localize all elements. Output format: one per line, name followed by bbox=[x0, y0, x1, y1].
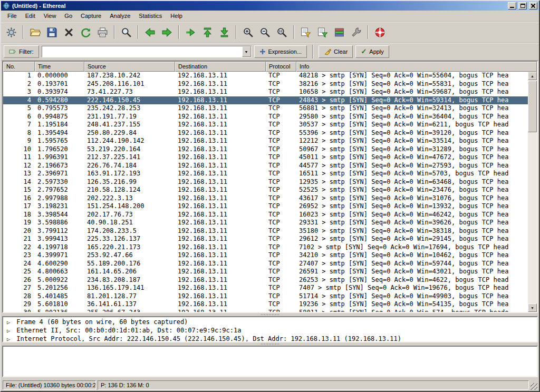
menu-analyze[interactable]: Analyze bbox=[105, 11, 134, 21]
apply-button[interactable]: ✓ Apply bbox=[355, 45, 389, 58]
coloring-rules-button[interactable] bbox=[331, 24, 348, 41]
packet-row[interactable]: 2 0.193701 245.208.116.101 192.168.13.11… bbox=[3, 80, 528, 89]
zoom-100-button[interactable] bbox=[274, 24, 290, 41]
packet-time: 1.395494 bbox=[35, 129, 84, 138]
packet-row[interactable]: 5 0.795573 235.242.28.253 192.168.13.11 … bbox=[3, 104, 528, 113]
packet-row[interactable]: 10 1.796520 53.219.220.164 192.168.13.11… bbox=[3, 145, 528, 154]
capture-filter-button[interactable] bbox=[297, 24, 314, 41]
column-header-no[interactable]: No. bbox=[3, 62, 35, 72]
go-to-packet-button[interactable] bbox=[182, 24, 199, 41]
menu-go[interactable]: Go bbox=[60, 11, 76, 21]
packet-no: 16 bbox=[3, 194, 35, 203]
packet-row[interactable]: 15 2.797652 210.58.128.124 192.168.13.11… bbox=[3, 186, 528, 194]
hex-line[interactable]: 0020 0d 0b 61 0b 00 19 c9 36 98 7d ee 95… bbox=[5, 362, 535, 370]
packet-row[interactable]: 8 1.395494 250.80.229.84 192.168.13.11 T… bbox=[3, 129, 528, 138]
scroll-up-button[interactable]: ▲ bbox=[528, 72, 537, 80]
packet-row[interactable]: 9 1.595765 112.244.190.142 192.168.13.11… bbox=[3, 137, 528, 145]
hex-line[interactable]: 0010 00 28 6d 48 00 00 ff 06 0c 14 de 92… bbox=[5, 355, 535, 362]
help-button[interactable] bbox=[372, 24, 388, 41]
zoom-out-button[interactable] bbox=[257, 24, 273, 41]
packet-source: 210.58.128.124 bbox=[84, 186, 175, 194]
reload-button[interactable] bbox=[78, 24, 94, 41]
column-header-time[interactable]: Time bbox=[35, 62, 84, 72]
main-area: No. Time Source Destination Protocol Inf… bbox=[1, 61, 539, 379]
close-file-button[interactable] bbox=[61, 24, 77, 41]
column-header-destination[interactable]: Destination bbox=[175, 62, 266, 72]
packet-row[interactable]: 20 3.799112 174.208.233.5 192.168.13.11 … bbox=[3, 227, 528, 236]
go-to-bottom-button[interactable] bbox=[216, 24, 233, 41]
menu-view[interactable]: View bbox=[40, 11, 61, 21]
titlebar[interactable]: (Untitled) - Ethereal bbox=[1, 1, 539, 11]
column-header-protocol[interactable]: Protocol bbox=[266, 62, 296, 72]
find-button[interactable] bbox=[118, 24, 134, 41]
packet-row[interactable]: 28 5.401485 81.201.128.77 192.168.13.11 … bbox=[3, 292, 528, 301]
packet-row[interactable]: 23 4.399971 253.92.47.66 192.168.13.11 T… bbox=[3, 251, 528, 260]
packet-row[interactable]: 27 5.201256 136.165.179.141 192.168.13.1… bbox=[3, 284, 528, 292]
app-icon[interactable] bbox=[3, 2, 10, 9]
packet-info: 45011 > smtp [SYN] Seq=0 Ack=0 Win=47672… bbox=[296, 153, 528, 162]
packet-no: 10 bbox=[3, 145, 35, 154]
packet-row[interactable]: 4 0.594280 222.146.150.45 192.168.13.11 … bbox=[3, 96, 528, 105]
close-button[interactable] bbox=[529, 2, 537, 9]
packet-row[interactable]: 17 3.198231 151.254.148.200 192.168.13.1… bbox=[3, 202, 528, 211]
packet-row[interactable]: 6 0.994875 231.191.77.19 192.168.13.11 T… bbox=[3, 113, 528, 121]
packet-row[interactable]: 22 4.199718 165.220.21.173 192.168.13.11… bbox=[3, 243, 528, 252]
maximize-button[interactable] bbox=[518, 2, 527, 9]
packet-row[interactable]: 16 2.997988 202.222.3.13 192.168.13.11 T… bbox=[3, 194, 528, 203]
packet-row[interactable]: 26 5.000922 234.83.208.187 192.168.13.11… bbox=[3, 276, 528, 285]
menu-edit[interactable]: Edit bbox=[21, 11, 40, 21]
detail-line[interactable]: ▷ Frame 4 (60 bytes on wire, 60 bytes ca… bbox=[4, 318, 536, 326]
packet-protocol: TCP bbox=[266, 260, 296, 268]
zoom-in-button[interactable] bbox=[240, 24, 256, 41]
packet-row[interactable]: 13 2.396971 163.91.172.193 192.168.13.11… bbox=[3, 170, 528, 178]
chevron-down-icon: ▼ bbox=[245, 50, 248, 54]
go-back-button[interactable] bbox=[142, 24, 158, 41]
expression-button[interactable]: Expression... bbox=[254, 45, 307, 58]
display-filter-button[interactable] bbox=[314, 24, 331, 41]
go-forward-button[interactable] bbox=[159, 24, 175, 41]
packet-row[interactable]: 30 5.802136 255.206.67.243 192.168.13.11… bbox=[3, 309, 528, 312]
hex-line[interactable]: 0000 00 07 e9 9c 9c 1a 00 b0 d0 1d 01 ab… bbox=[5, 348, 535, 355]
packet-row[interactable]: 3 0.393974 73.41.227.73 192.168.13.11 TC… bbox=[3, 88, 528, 96]
column-header-info[interactable]: Info bbox=[296, 62, 537, 72]
column-header-source[interactable]: Source bbox=[84, 62, 175, 72]
packet-row[interactable]: 1 0.000000 187.238.10.242 192.168.13.11 … bbox=[3, 72, 528, 80]
scrollbar-track[interactable] bbox=[528, 80, 537, 303]
print-button[interactable] bbox=[94, 24, 111, 41]
hex-line[interactable]: 0030 e7 b2 a6 f0 3a 2b 00 00 00 00 00 00… bbox=[5, 370, 535, 377]
capture-options-button[interactable] bbox=[3, 24, 20, 41]
packet-row[interactable]: 21 3.999413 225.33.126.137 192.168.13.11… bbox=[3, 235, 528, 243]
menu-help[interactable]: Help bbox=[166, 11, 187, 21]
packet-row[interactable]: 14 2.597330 126.35.216.99 192.168.13.11 … bbox=[3, 178, 528, 187]
packet-row[interactable]: 24 4.600290 55.189.200.176 192.168.13.11… bbox=[3, 260, 528, 268]
clear-button[interactable]: Clear bbox=[319, 45, 353, 58]
menu-file[interactable]: File bbox=[3, 11, 21, 21]
packet-row[interactable]: 19 3.598886 40.90.18.251 192.168.13.11 T… bbox=[3, 219, 528, 227]
scroll-down-button[interactable]: ▼ bbox=[528, 303, 537, 312]
menu-statistics[interactable]: Statistics bbox=[134, 11, 166, 21]
expander-icon[interactable]: ▷ bbox=[4, 327, 13, 335]
expander-icon[interactable]: ▷ bbox=[4, 318, 13, 326]
packet-no: 4 bbox=[3, 96, 35, 105]
preferences-button[interactable] bbox=[348, 24, 364, 41]
resize-grip[interactable] bbox=[531, 383, 537, 390]
filter-input[interactable] bbox=[42, 46, 242, 57]
expander-icon[interactable]: ▷ bbox=[4, 335, 13, 342]
minimize-button[interactable] bbox=[508, 2, 516, 9]
save-button[interactable] bbox=[44, 24, 60, 41]
packet-row[interactable]: 12 2.196673 226.76.74.184 192.168.13.11 … bbox=[3, 162, 528, 170]
packet-row[interactable]: 29 5.601810 36.141.61.137 192.168.13.11 … bbox=[3, 300, 528, 309]
menu-capture[interactable]: Capture bbox=[76, 11, 105, 21]
scrollbar-thumb[interactable] bbox=[528, 81, 537, 132]
detail-line[interactable]: ▷ Ethernet II, Src: 00:b0:d0:1d:01:ab, D… bbox=[4, 326, 536, 335]
packet-row[interactable]: 25 4.800663 161.14.65.206 192.168.13.11 … bbox=[3, 268, 528, 276]
packet-list-scrollbar[interactable]: ▲ ▼ bbox=[528, 72, 537, 312]
filter-dropdown-button[interactable]: ▼ bbox=[242, 46, 251, 57]
packet-row[interactable]: 7 1.195184 248.41.237.155 192.168.13.11 … bbox=[3, 121, 528, 129]
go-to-top-button[interactable] bbox=[199, 24, 216, 41]
filter-button[interactable]: Filter: bbox=[4, 45, 39, 58]
detail-line[interactable]: ▷ Internet Protocol, Src Addr: 222.146.1… bbox=[4, 335, 536, 342]
packet-row[interactable]: 11 1.996391 212.37.225.141 192.168.13.11… bbox=[3, 153, 528, 162]
open-button[interactable] bbox=[27, 24, 43, 41]
packet-row[interactable]: 18 3.398544 202.17.76.73 192.168.13.11 T… bbox=[3, 211, 528, 219]
